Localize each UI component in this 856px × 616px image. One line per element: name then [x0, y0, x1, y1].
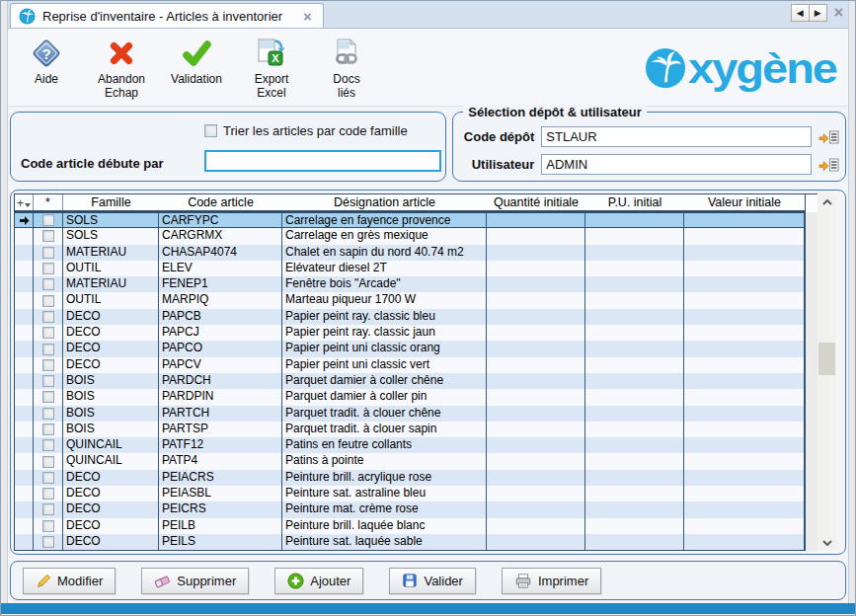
cell-famille[interactable]: BOIS	[63, 389, 159, 405]
cell-designation[interactable]: Peinture mat. crème rose	[282, 501, 487, 517]
nav-next-button[interactable]: ▶	[809, 4, 827, 22]
tab-reprise-inventaire[interactable]: Reprise d'inventaire - Articles à invent…	[10, 3, 324, 28]
row-select-cell[interactable]	[34, 309, 63, 325]
cell-famille[interactable]: SOLS	[63, 213, 159, 227]
row-select-cell[interactable]	[34, 389, 63, 405]
cell-quantite-initiale[interactable]	[487, 422, 585, 437]
cell-valeur-initiale[interactable]	[684, 357, 805, 373]
row-checkbox[interactable]	[42, 247, 54, 259]
cell-famille[interactable]: QUINCAIL	[63, 437, 159, 453]
row-select-cell[interactable]	[34, 228, 63, 244]
row-checkbox[interactable]	[42, 488, 54, 500]
cell-valeur-initiale[interactable]	[684, 437, 805, 453]
cell-valeur-initiale[interactable]	[684, 453, 805, 469]
cell-valeur-initiale[interactable]	[684, 518, 805, 534]
cell-valeur-initiale[interactable]	[684, 341, 805, 356]
cell-valeur-initiale[interactable]	[684, 261, 805, 276]
delete-button[interactable]: Supprimer	[141, 568, 249, 594]
cell-pu-initial[interactable]	[585, 437, 684, 453]
cell-famille[interactable]: MATERIAU	[63, 276, 159, 292]
table-row[interactable]: DECOPAPCBPapier peint ray. classic bleu	[15, 309, 805, 325]
cell-quantite-initiale[interactable]	[487, 406, 585, 422]
cell-pu-initial[interactable]	[585, 373, 684, 389]
cell-code-article[interactable]: PARDPIN	[159, 389, 282, 405]
cell-valeur-initiale[interactable]	[684, 389, 805, 405]
row-select-cell[interactable]	[34, 406, 63, 422]
row-checkbox[interactable]	[42, 472, 54, 484]
cell-code-article[interactable]: CHASAP4074	[159, 245, 282, 261]
cell-valeur-initiale[interactable]	[684, 228, 805, 244]
cell-designation[interactable]: Peinture sat. laquée sable	[282, 534, 487, 550]
table-row[interactable]: OUTILELEVElévateur diesel 2T	[15, 261, 805, 276]
cell-code-article[interactable]: PATP4	[159, 453, 282, 469]
cell-valeur-initiale[interactable]	[684, 309, 805, 325]
scroll-track[interactable]	[817, 210, 836, 534]
cell-designation[interactable]: Parquet damier à coller chêne	[282, 373, 487, 389]
row-select-cell[interactable]	[34, 437, 63, 453]
table-row[interactable]: DECOPAPCJPapier peint ray. classic jaun	[15, 325, 805, 341]
row-checkbox[interactable]	[42, 536, 54, 548]
cell-famille[interactable]: DECO	[63, 325, 159, 341]
table-row[interactable]: DECOPAPCOPapier peint uni classic orang	[15, 341, 805, 356]
cell-famille[interactable]: DECO	[63, 501, 159, 517]
table-row[interactable]: BOISPARDCHParquet damier à coller chêne	[15, 373, 805, 389]
cell-valeur-initiale[interactable]	[684, 325, 805, 341]
table-row[interactable]: QUINCAILPATP4Patins à pointe	[15, 453, 805, 469]
cell-pu-initial[interactable]	[585, 309, 684, 325]
cell-code-article[interactable]: FENEP1	[159, 276, 282, 292]
cell-pu-initial[interactable]	[585, 357, 684, 373]
row-select-cell[interactable]	[34, 213, 63, 227]
cell-quantite-initiale[interactable]	[487, 389, 585, 405]
cell-pu-initial[interactable]	[585, 518, 684, 534]
cell-code-article[interactable]: PARDCH	[159, 373, 282, 389]
help-button[interactable]: ? Aide	[16, 36, 77, 87]
validate-grid-button[interactable]: Valider	[389, 568, 476, 594]
cell-pu-initial[interactable]	[585, 422, 684, 437]
cell-valeur-initiale[interactable]	[684, 245, 805, 261]
cell-code-article[interactable]: CARGRMX	[159, 228, 282, 244]
row-checkbox[interactable]	[42, 327, 54, 339]
table-row[interactable]: DECOPAPCVPapier peint uni classic vert	[15, 357, 805, 373]
abort-button[interactable]: AbandonEchap	[91, 36, 152, 101]
row-checkbox[interactable]	[42, 439, 54, 451]
row-select-cell[interactable]	[34, 261, 63, 276]
depot-lookup-icon[interactable]	[818, 129, 839, 145]
table-row[interactable]: SOLSCARGRMXCarrelage en grès mexique	[15, 228, 805, 244]
cell-quantite-initiale[interactable]	[487, 470, 585, 486]
table-row[interactable]: DECOPEICRSPeinture mat. crème rose	[15, 501, 805, 517]
cell-code-article[interactable]: PARTCH	[159, 406, 282, 422]
cell-pu-initial[interactable]	[585, 453, 684, 469]
cell-designation[interactable]: Papier peint uni classic orang	[282, 341, 487, 356]
table-row[interactable]: BOISPARTSPParquet tradit. à clouer sapin	[15, 422, 805, 437]
cell-pu-initial[interactable]	[585, 470, 684, 486]
cell-pu-initial[interactable]	[585, 341, 684, 356]
row-checkbox[interactable]	[42, 408, 54, 420]
cell-pu-initial[interactable]	[585, 534, 684, 550]
cell-famille[interactable]: DECO	[63, 309, 159, 325]
cell-valeur-initiale[interactable]	[684, 276, 805, 292]
cell-pu-initial[interactable]	[585, 486, 684, 501]
cell-quantite-initiale[interactable]	[487, 228, 585, 244]
row-select-cell[interactable]	[34, 422, 63, 437]
cell-quantite-initiale[interactable]	[487, 518, 585, 534]
cell-valeur-initiale[interactable]	[684, 406, 805, 422]
export-excel-button[interactable]: X ExportExcel	[241, 36, 302, 101]
table-row[interactable]: MATERIAUCHASAP4074Chalet en sapin du nor…	[15, 245, 805, 261]
column-header-5[interactable]: P.U. initial	[585, 194, 684, 210]
cell-designation[interactable]: Carrelage en fayence provence	[282, 213, 487, 227]
cell-quantite-initiale[interactable]	[487, 341, 585, 356]
modify-button[interactable]: Modifier	[23, 568, 116, 594]
row-checkbox[interactable]	[42, 295, 54, 307]
cell-designation[interactable]: Patins à pointe	[282, 453, 487, 469]
row-checkbox[interactable]	[42, 456, 54, 468]
table-row[interactable]: DECOPEILSPeinture sat. laquée sable	[15, 534, 805, 550]
add-button[interactable]: Ajouter	[274, 568, 363, 594]
column-header-3[interactable]: Désignation article	[282, 194, 487, 210]
row-checkbox[interactable]	[42, 359, 54, 371]
cell-code-article[interactable]: PAPCB	[159, 309, 282, 325]
row-select-cell[interactable]	[34, 501, 63, 517]
cell-code-article[interactable]: PEILB	[159, 518, 282, 534]
cell-quantite-initiale[interactable]	[487, 453, 585, 469]
row-checkbox[interactable]	[42, 214, 54, 226]
cell-quantite-initiale[interactable]	[487, 325, 585, 341]
